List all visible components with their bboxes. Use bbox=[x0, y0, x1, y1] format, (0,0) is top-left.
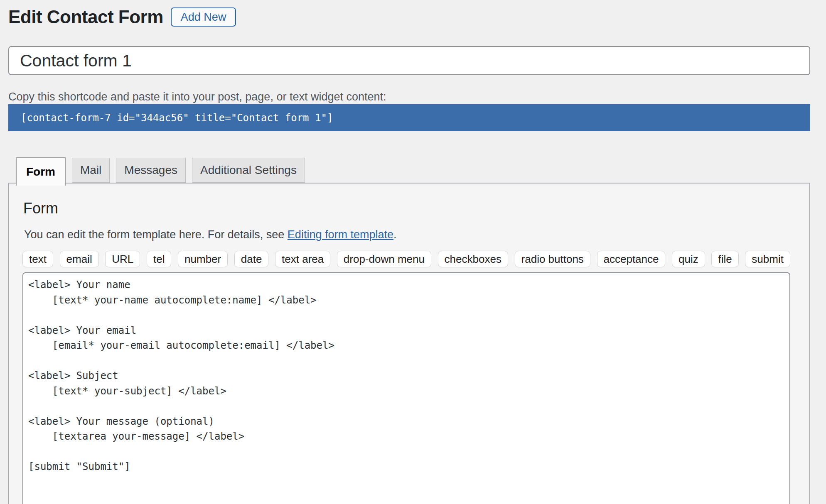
tag-generator-text-area-button[interactable]: text area bbox=[275, 251, 330, 267]
page-header: Edit Contact Form Add New bbox=[8, 0, 810, 27]
tab-form[interactable]: Form bbox=[16, 157, 66, 186]
edit-contact-form-screen: Edit Contact Form Add New Copy this shor… bbox=[8, 0, 810, 504]
tab-additional-settings[interactable]: Additional Settings bbox=[192, 158, 305, 183]
form-title-input[interactable] bbox=[8, 46, 810, 75]
form-template-editor[interactable]: <label> Your name [text* your-name autoc… bbox=[22, 272, 790, 504]
tag-generator-row: textemailURLtelnumberdatetext areadrop-d… bbox=[22, 251, 790, 267]
panel-description: You can edit the form template here. For… bbox=[24, 228, 790, 242]
shortcode-field[interactable]: [contact-form-7 id="344ac56" title="Cont… bbox=[8, 104, 810, 131]
panel-heading: Form bbox=[23, 200, 790, 217]
panel-description-period: . bbox=[393, 228, 397, 241]
tag-generator-file-button[interactable]: file bbox=[711, 251, 738, 267]
tag-generator-number-button[interactable]: number bbox=[178, 251, 228, 267]
panel-description-text: You can edit the form template here. For… bbox=[24, 228, 288, 241]
tag-generator-tel-button[interactable]: tel bbox=[147, 251, 171, 267]
tag-generator-text-button[interactable]: text bbox=[22, 251, 53, 267]
form-panel: Form You can edit the form template here… bbox=[8, 183, 810, 504]
tag-generator-date-button[interactable]: date bbox=[234, 251, 269, 267]
tag-generator-url-button[interactable]: URL bbox=[105, 251, 140, 267]
tag-generator-checkboxes-button[interactable]: checkboxes bbox=[438, 251, 508, 267]
add-new-button[interactable]: Add New bbox=[171, 7, 236, 27]
tab-messages[interactable]: Messages bbox=[116, 158, 186, 183]
shortcode-text: [contact-form-7 id="344ac56" title="Cont… bbox=[21, 112, 333, 124]
tag-generator-radio-buttons-button[interactable]: radio buttons bbox=[515, 251, 590, 267]
tag-generator-acceptance-button[interactable]: acceptance bbox=[597, 251, 666, 267]
tag-generator-drop-down-menu-button[interactable]: drop-down menu bbox=[337, 251, 431, 267]
tag-generator-quiz-button[interactable]: quiz bbox=[672, 251, 705, 267]
shortcode-instruction: Copy this shortcode and paste it into yo… bbox=[8, 90, 810, 103]
editing-form-template-link[interactable]: Editing form template bbox=[288, 228, 393, 241]
tab-mail[interactable]: Mail bbox=[72, 158, 110, 183]
page-title: Edit Contact Form bbox=[8, 7, 163, 27]
tag-generator-email-button[interactable]: email bbox=[60, 251, 99, 267]
tag-generator-submit-button[interactable]: submit bbox=[745, 251, 790, 267]
editor-tabs: FormMailMessagesAdditional Settings bbox=[8, 157, 810, 183]
